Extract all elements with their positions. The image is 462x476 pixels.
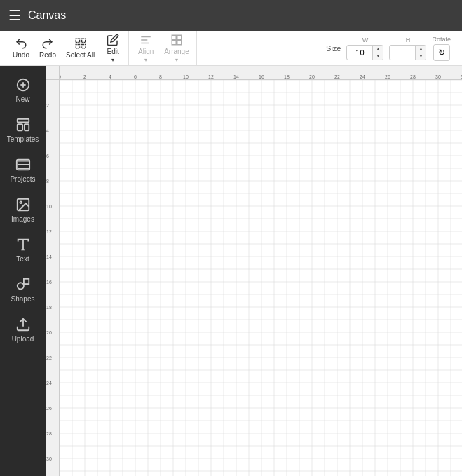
ruler-corner [46,66,60,80]
svg-rect-14 [17,119,29,123]
svg-rect-3 [81,45,85,48]
sidebar-text-label: Text [16,255,29,263]
sidebar: New Templates Projects Images Text [0,66,46,476]
main-area: New Templates Projects Images Text [0,66,462,476]
projects-icon [15,157,31,172]
plus-icon [15,77,31,93]
edit-icon [107,34,119,46]
menu-icon[interactable]: ☰ [8,7,21,24]
select-all-icon [74,37,87,50]
grid-canvas-element [60,80,462,476]
svg-point-19 [20,201,22,203]
arrange-icon [170,34,183,46]
undo-button[interactable]: Undo [8,34,34,62]
sidebar-upload-label: Upload [12,335,34,343]
sidebar-item-projects[interactable]: Projects [3,151,43,189]
sidebar-templates-label: Templates [7,135,39,143]
svg-rect-7 [172,35,176,39]
arrange-button[interactable]: Arrange ▾ [160,31,193,66]
text-icon [15,237,31,252]
arrange-chevron-icon: ▾ [175,57,178,63]
svg-rect-9 [172,40,176,44]
height-input-wrap: H ▲ ▼ [389,36,426,60]
height-down-button[interactable]: ▼ [416,53,426,60]
align-label: Align [138,48,154,55]
svg-rect-15 [17,124,22,130]
sidebar-projects-label: Projects [10,175,35,183]
size-label: Size [326,44,341,53]
templates-icon [15,117,31,132]
edit-button[interactable]: Edit ▾ [100,31,125,66]
svg-rect-1 [81,39,85,42]
upload-icon [15,317,31,332]
grid-canvas[interactable]: SORRY I'M LATE I have kids [60,80,462,476]
align-arrange-group: Align ▾ Arrange ▾ [130,31,197,65]
canvas-area[interactable]: 02468101214161820222426283032 2468101214… [46,66,462,476]
width-input-row: ▲ ▼ [346,45,383,60]
rotate-label: Rotate [432,36,451,43]
svg-rect-8 [177,35,182,39]
ruler-top: 02468101214161820222426283032 [60,66,462,80]
sidebar-item-images[interactable]: Images [3,191,43,229]
align-icon [140,34,152,46]
edit-chevron-icon: ▾ [111,57,114,63]
top-navigation-bar: ☰ Canvas [0,0,462,31]
redo-icon [41,37,54,50]
redo-button[interactable]: Redo [35,34,60,62]
sidebar-item-templates[interactable]: Templates [3,111,43,149]
height-arrows: ▲ ▼ [415,46,426,60]
rotate-button[interactable]: ↻ [433,44,450,61]
width-input[interactable] [347,47,372,58]
svg-rect-16 [24,124,28,130]
select-all-button[interactable]: Select All [62,34,99,62]
arrange-label: Arrange [164,48,189,55]
align-button[interactable]: Align ▾ [133,31,158,66]
h-label: H [406,36,411,43]
undo-redo-group: Undo Redo Select All Edit ▾ [6,31,129,65]
undo-icon [15,37,27,50]
height-input-row: ▲ ▼ [389,45,426,60]
app-title: Canvas [28,9,66,22]
width-up-button[interactable]: ▲ [373,46,383,53]
undo-label: Undo [13,51,29,59]
edit-label: Edit [107,48,119,55]
rotate-group: Rotate ↻ [432,36,451,61]
height-up-button[interactable]: ▲ [416,46,426,53]
shapes-icon [15,277,31,292]
toolbar: Undo Redo Select All Edit ▾ Ali [0,31,462,66]
svg-rect-23 [23,279,28,284]
svg-point-22 [17,283,23,289]
sidebar-item-upload[interactable]: Upload [3,311,43,348]
w-label: W [362,36,369,43]
sidebar-item-text[interactable]: Text [3,231,43,268]
sidebar-images-label: Images [11,215,34,223]
images-icon [15,197,31,212]
sidebar-item-new[interactable]: New [3,72,43,109]
svg-rect-2 [76,45,79,48]
height-input[interactable] [390,47,415,58]
svg-rect-0 [76,39,79,42]
width-down-button[interactable]: ▼ [373,53,383,60]
size-rotate-group: Size W ▲ ▼ H ▲ ▼ Rotate ↻ [320,36,456,61]
sidebar-shapes-label: Shapes [11,295,35,303]
align-chevron-icon: ▾ [144,57,147,63]
ruler-left: 24681012141618202224262830 [46,80,60,476]
width-input-wrap: W ▲ ▼ [346,36,383,60]
select-all-label: Select All [66,51,95,59]
svg-rect-10 [177,40,182,44]
sidebar-new-label: New [15,95,29,103]
width-arrows: ▲ ▼ [372,46,383,60]
sidebar-item-shapes[interactable]: Shapes [3,271,43,308]
redo-label: Redo [39,51,56,59]
